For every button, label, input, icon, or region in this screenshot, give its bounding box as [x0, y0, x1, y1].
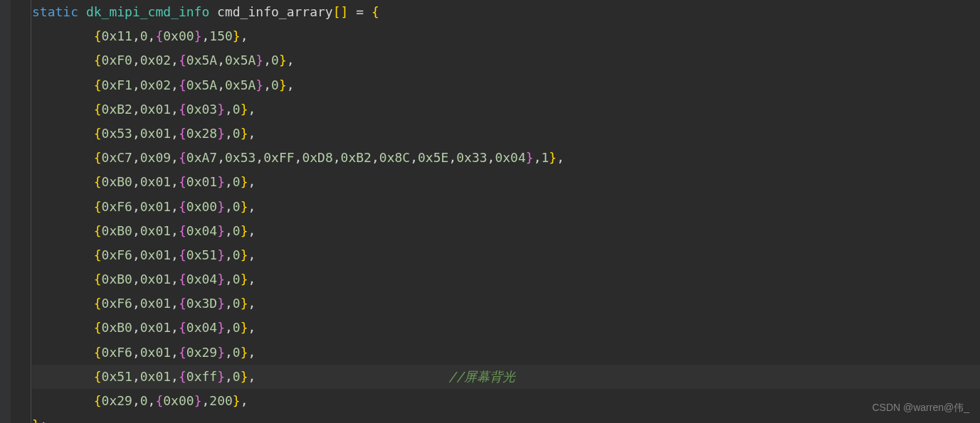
code-line-data[interactable]: {0xB0,0x01,{0x04},0},: [32, 267, 980, 291]
code-line-declaration[interactable]: static dk_mipi_cmd_info cmd_info_arrary[…: [32, 0, 980, 24]
watermark: CSDN @warren@伟_: [872, 398, 969, 417]
code-area[interactable]: static dk_mipi_cmd_info cmd_info_arrary[…: [11, 0, 980, 423]
code-line-data[interactable]: {0xF0,0x02,{0x5A,0x5A},0},: [32, 48, 980, 73]
code-line-data[interactable]: {0xF6,0x01,{0x3D},0},: [32, 291, 980, 316]
code-line-data[interactable]: {0xB2,0x01,{0x03},0},: [32, 97, 980, 122]
code-line-data[interactable]: {0x53,0x01,{0x28},0},: [32, 122, 980, 146]
code-line-data[interactable]: {0x11,0,{0x00},150},: [32, 24, 980, 48]
code-line-data[interactable]: {0xF6,0x01,{0x51},0},: [32, 243, 980, 267]
code-editor[interactable]: static dk_mipi_cmd_info cmd_info_arrary[…: [0, 0, 980, 423]
indent-guide: [31, 0, 31, 423]
code-line-data[interactable]: {0xB0,0x01,{0x01},0},: [32, 170, 980, 194]
code-line-data[interactable]: {0xF6,0x01,{0x00},0},: [32, 195, 980, 219]
code-line-data[interactable]: {0xF6,0x01,{0x29},0},: [32, 341, 980, 365]
line-gutter: [0, 0, 11, 423]
code-line-data[interactable]: {0x51,0x01,{0xff},0}, //屏幕背光: [32, 365, 980, 389]
code-line-data[interactable]: {0xB0,0x01,{0x04},0},: [32, 219, 980, 243]
code-line-data[interactable]: {0xF1,0x02,{0x5A,0x5A},0},: [32, 73, 980, 97]
code-line-close[interactable]: };: [32, 413, 980, 423]
code-line-data[interactable]: {0xB0,0x01,{0x04},0},: [32, 316, 980, 340]
code-line-data[interactable]: {0x29,0,{0x00},200},: [32, 389, 980, 413]
code-line-data[interactable]: {0xC7,0x09,{0xA7,0x53,0xFF,0xD8,0xB2,0x8…: [32, 146, 980, 170]
